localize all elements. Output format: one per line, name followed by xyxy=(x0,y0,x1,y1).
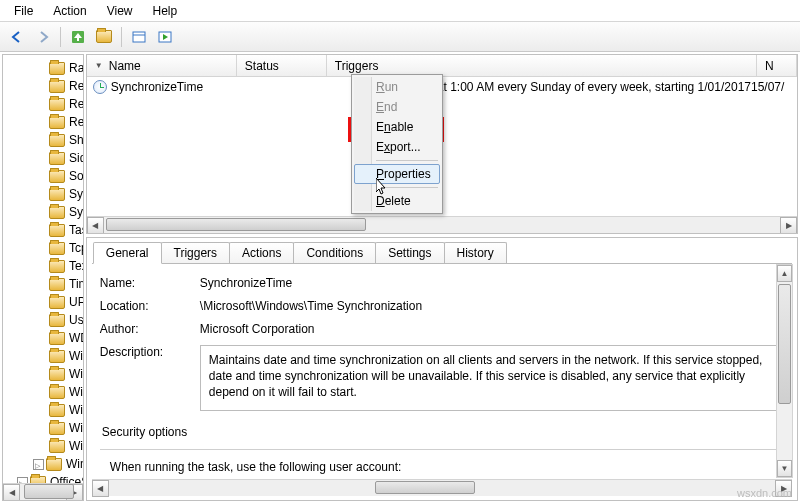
ctx-end[interactable]: End xyxy=(354,97,440,117)
tree-item-label: SystemRestore xyxy=(69,204,83,220)
tree-item-timesync[interactable]: Time Synchronizat xyxy=(3,275,83,293)
col-next[interactable]: N xyxy=(757,55,797,76)
tree-item-label: SyncCenter xyxy=(69,186,83,202)
tree-item-shell[interactable]: Shell xyxy=(3,131,83,149)
tab-page-general: Name:SynchronizeTime Location:\Microsoft… xyxy=(92,263,792,479)
scroll-thumb[interactable] xyxy=(24,484,74,499)
field-location: Location:\Microsoft\Windows\Time Synchro… xyxy=(100,299,788,313)
scroll-left-button[interactable]: ◀ xyxy=(3,484,20,501)
tree-item-registry[interactable]: Registry xyxy=(3,77,83,95)
scroll-thumb[interactable] xyxy=(778,284,791,404)
tree-item-label: Registry xyxy=(69,78,83,94)
tree-item-remoteassist[interactable]: RemoteAssistance xyxy=(3,113,83,131)
tree-item-taskmgr[interactable]: Task Manager xyxy=(3,221,83,239)
task-hscrollbar[interactable]: ◀ ▶ xyxy=(87,216,797,233)
tab-history[interactable]: History xyxy=(444,242,507,263)
tree-item-synccenter[interactable]: SyncCenter xyxy=(3,185,83,203)
tree-item-mediash[interactable]: Windows Media Sh xyxy=(3,401,83,419)
ctx-export[interactable]: Export... xyxy=(354,137,440,157)
folder-button[interactable] xyxy=(93,26,115,48)
details-panel: General Triggers Actions Conditions Sett… xyxy=(86,237,798,501)
tree-item-office[interactable]: OfficeSoftwareProtection xyxy=(3,473,83,483)
menu-file[interactable]: File xyxy=(4,2,43,19)
folder-icon xyxy=(49,242,65,255)
forward-button[interactable] xyxy=(32,26,54,48)
tab-triggers[interactable]: Triggers xyxy=(161,242,231,263)
toolbar-separator xyxy=(60,27,61,47)
tree-item-sideshow[interactable]: SideShow xyxy=(3,149,83,167)
menu-action[interactable]: Action xyxy=(43,2,96,19)
properties-button[interactable] xyxy=(128,26,150,48)
col-name[interactable]: ▼Name xyxy=(87,55,237,76)
tab-settings[interactable]: Settings xyxy=(375,242,444,263)
scroll-track[interactable] xyxy=(109,480,775,496)
field-name: Name:SynchronizeTime xyxy=(100,276,788,290)
tree-item-colorsys[interactable]: WindowsColorSys xyxy=(3,437,83,455)
tree-hscrollbar[interactable]: ◀ ▶ xyxy=(3,483,83,500)
label: Description: xyxy=(100,345,200,359)
toolbar xyxy=(0,22,800,52)
tree-item-filtering[interactable]: Windows Filtering xyxy=(3,383,83,401)
scroll-track[interactable] xyxy=(777,282,792,460)
tree-item-label: Windows Media Sh xyxy=(69,402,83,418)
col-label: Name xyxy=(109,59,141,73)
folder-icon xyxy=(49,80,65,93)
tree-item-label: WindowsBackup xyxy=(69,420,83,436)
tree-item-ras[interactable]: Ras xyxy=(3,59,83,77)
tree-item-label: Windows Activatio xyxy=(69,348,83,364)
tree-item-label: OfficeSoftwareProtection xyxy=(50,474,83,483)
tree-item-remoteapp[interactable]: RemoteApp and D xyxy=(3,95,83,113)
folder-icon xyxy=(49,404,65,417)
tree-item-wdi[interactable]: WDI xyxy=(3,329,83,347)
tree-item-backup[interactable]: WindowsBackup xyxy=(3,419,83,437)
expand-icon[interactable] xyxy=(33,459,44,470)
tree-item-textservices[interactable]: TextServicesFrame xyxy=(3,257,83,275)
ctx-delete[interactable]: Delete xyxy=(354,191,440,211)
scroll-thumb[interactable] xyxy=(375,481,475,494)
col-status[interactable]: Status xyxy=(237,55,327,76)
tree-item-systemrestore[interactable]: SystemRestore xyxy=(3,203,83,221)
menu-help[interactable]: Help xyxy=(143,2,188,19)
folder-icon xyxy=(49,116,65,129)
menu-view[interactable]: View xyxy=(97,2,143,19)
expand-icon[interactable] xyxy=(17,477,28,484)
tree-body[interactable]: Ras Registry RemoteApp and D RemoteAssis… xyxy=(3,55,83,483)
up-button[interactable] xyxy=(67,26,89,48)
run-button[interactable] xyxy=(154,26,176,48)
scroll-up-button[interactable]: ▲ xyxy=(777,265,792,282)
ctx-properties[interactable]: Properties xyxy=(354,164,440,184)
tree-item-activation[interactable]: Windows Activatio xyxy=(3,347,83,365)
tree-item-defender[interactable]: Windows Defender xyxy=(3,455,83,473)
scroll-left-button[interactable]: ◀ xyxy=(87,217,104,234)
tree-item-label: WindowsColorSys xyxy=(69,438,83,454)
folder-icon xyxy=(49,278,65,291)
ctx-enable[interactable]: Enable xyxy=(354,117,440,137)
scroll-thumb[interactable] xyxy=(106,218,366,231)
tree-item-upnp[interactable]: UPnP xyxy=(3,293,83,311)
details-hscrollbar[interactable]: ◀ ▶ xyxy=(92,479,792,496)
tab-actions[interactable]: Actions xyxy=(229,242,294,263)
scroll-left-button[interactable]: ◀ xyxy=(92,480,109,497)
ctx-run[interactable]: Run xyxy=(354,77,440,97)
tree-item-label: User Profile Servic xyxy=(69,312,83,328)
field-description: Description: Maintains date and time syn… xyxy=(100,345,788,411)
tree-item-softwareprot[interactable]: SoftwareProtection xyxy=(3,167,83,185)
tab-conditions[interactable]: Conditions xyxy=(293,242,376,263)
tree-item-label: WDI xyxy=(69,330,83,346)
description-box[interactable]: Maintains date and time synchronization … xyxy=(200,345,788,411)
scroll-track[interactable] xyxy=(20,484,66,501)
folder-icon xyxy=(49,188,65,201)
scroll-right-button[interactable]: ▶ xyxy=(780,217,797,234)
details-vscrollbar[interactable]: ▲ ▼ xyxy=(776,264,793,478)
col-triggers[interactable]: Triggers xyxy=(327,55,757,76)
tree-item-label: SoftwareProtection xyxy=(69,168,83,184)
tree-item-tcpip[interactable]: Tcpip xyxy=(3,239,83,257)
scroll-down-button[interactable]: ▼ xyxy=(777,460,792,477)
scroll-track[interactable] xyxy=(104,217,780,233)
task-date: 15/07/ xyxy=(751,80,797,94)
tab-general[interactable]: General xyxy=(93,242,162,264)
tree-item-errorrep[interactable]: Windows Error Rep xyxy=(3,365,83,383)
tree-item-userprofile[interactable]: User Profile Servic xyxy=(3,311,83,329)
folder-icon xyxy=(49,152,65,165)
back-button[interactable] xyxy=(6,26,28,48)
